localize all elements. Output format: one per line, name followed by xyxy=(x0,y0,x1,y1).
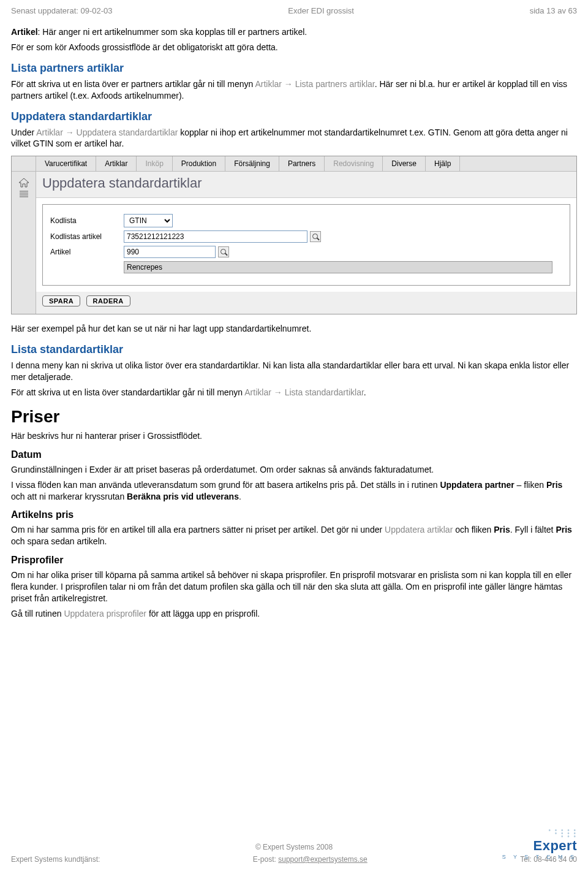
prisprofiler-p1: Om ni har olika priser till köparna på s… xyxy=(11,569,577,604)
d2b3: Beräkna pris vid utleverans xyxy=(127,492,239,501)
page-header: Senast uppdaterat: 09-02-03 Exder EDI gr… xyxy=(11,6,577,15)
app-menubar: Varucertifikat Artiklar Inköp Produktion… xyxy=(12,156,576,172)
label-kodlistas-artikel: Kodlistas artikel xyxy=(50,232,124,241)
lista-std-p2: För att skriva ut en lista över standard… xyxy=(11,387,577,398)
tab-artiklar[interactable]: Artiklar xyxy=(96,156,137,171)
ap-d: och spara sedan artikeln. xyxy=(11,536,107,546)
heading-lista-partners: Lista partners artiklar xyxy=(11,62,577,75)
ap-a: Om ni har samma pris för en artikel till… xyxy=(11,525,385,534)
ap-b: och fliken xyxy=(453,525,494,534)
panel-title: Uppdatera standardartiklar xyxy=(36,172,576,198)
ls-after: . xyxy=(364,387,366,397)
label-artikel: Artikel xyxy=(50,248,124,256)
d2a: I vissa flöden kan man använda utleveran… xyxy=(11,480,440,490)
pp-menu: Uppdatera prisprofiler xyxy=(64,609,146,618)
arrow-icon: → xyxy=(63,127,77,137)
up-before: Under xyxy=(11,127,36,137)
ap-c: . Fyll i fältet xyxy=(510,525,556,534)
page-footer: © Expert Systems 2008 Expert Systems kun… xyxy=(11,843,577,864)
header-page: sida 13 av 63 xyxy=(530,6,577,15)
arrow-icon: → xyxy=(282,79,295,89)
radera-button[interactable]: RADERA xyxy=(86,295,130,306)
header-updated: Senast uppdaterat: 09-02-03 xyxy=(11,6,113,15)
svg-marker-0 xyxy=(19,178,29,187)
header-title: Exder EDI grossist xyxy=(288,6,354,15)
lista-std-p1: I denna meny kan ni skriva ut olika list… xyxy=(11,360,577,383)
input-artikel[interactable] xyxy=(124,246,216,258)
ls-before: För att skriva ut en lista över standard… xyxy=(11,387,244,397)
artpris-p: Om ni har samma pris för en artikel till… xyxy=(11,524,577,547)
select-kodlista[interactable]: GTIN xyxy=(124,214,173,227)
logo-dots-icon: • • • • • • • • • • • • xyxy=(502,829,577,838)
input-artikel-name xyxy=(124,261,552,273)
tab-partners[interactable]: Partners xyxy=(279,156,325,171)
lp-menu2: Lista partners artiklar xyxy=(295,79,375,89)
heading-prisprofiler: Prisprofiler xyxy=(11,555,577,566)
form-area: Kodlista GTIN Kodlistas artikel Artikel xyxy=(42,204,570,286)
lista-partners-text: För att skriva ut en lista över er partn… xyxy=(11,78,577,102)
label-kodlista: Kodlista xyxy=(50,216,124,225)
app-sidebar xyxy=(12,172,36,314)
up-menu2: Uppdatera standardartiklar xyxy=(77,127,178,137)
spara-button[interactable]: SPARA xyxy=(42,295,80,306)
d2b1: Uppdatera partner xyxy=(440,480,514,490)
app-screenshot: Varucertifikat Artiklar Inköp Produktion… xyxy=(11,156,577,314)
tab-varucertifikat[interactable]: Varucertifikat xyxy=(36,156,96,171)
heading-artikelns-pris: Artikelns pris xyxy=(11,509,577,520)
menubar-spacer xyxy=(12,156,36,171)
intro-artikel: Artikel: Här anger ni ert artikelnummer … xyxy=(11,26,577,38)
ap-menu: Uppdatera artiklar xyxy=(385,525,453,534)
tab-produktion[interactable]: Produktion xyxy=(173,156,225,171)
tab-diverse[interactable]: Diverse xyxy=(383,156,426,171)
logo-name: Expert xyxy=(502,838,577,854)
intro-artikel-text: : Här anger ni ert artikelnummer som ska… xyxy=(38,27,307,37)
heading-lista-std: Lista standardartiklar xyxy=(11,343,577,356)
logo-systems: S Y S T E M S xyxy=(502,854,577,860)
tab-forsaljning[interactable]: Försäljning xyxy=(225,156,279,171)
d2d: och att ni markerar kryssrutan xyxy=(11,492,127,501)
pp-a: Gå till rutinen xyxy=(11,609,64,618)
heading-priser: Priser xyxy=(11,407,577,427)
ap-b1: Pris xyxy=(494,525,510,534)
tab-inkop: Inköp xyxy=(137,156,172,171)
ls-menu2: Lista standardartiklar xyxy=(285,387,364,397)
datum-p1: Grundinställningen i Exder är att priset… xyxy=(11,464,577,476)
footer-copyright: © Expert Systems 2008 xyxy=(11,843,577,851)
heading-datum: Datum xyxy=(11,449,577,460)
tab-redovisning: Redovisning xyxy=(325,156,383,171)
after-img-text: Här ser exempel på hur det kan se ut när… xyxy=(11,323,577,335)
heading-uppdatera-std: Uppdatera standardartiklar xyxy=(11,110,577,123)
datum-p2: I vissa flöden kan man använda utleveran… xyxy=(11,479,577,503)
d2b2: Pris xyxy=(546,480,562,490)
list-icon[interactable] xyxy=(18,190,29,199)
intro-artikel-label: Artikel xyxy=(11,27,38,37)
priser-sub: Här beskrivs hur ni hanterar priser i Gr… xyxy=(11,430,577,442)
input-kodlistas-artikel[interactable] xyxy=(124,230,307,243)
tab-hjalp[interactable]: Hjälp xyxy=(426,156,460,171)
d2e: . xyxy=(239,492,241,501)
expert-logo: • • • • • • • • • • • • Expert S Y S T E… xyxy=(502,829,577,860)
ap-b2: Pris xyxy=(556,525,571,534)
prisprofiler-p2: Gå till rutinen Uppdatera prisprofiler f… xyxy=(11,608,577,620)
home-icon[interactable] xyxy=(18,178,29,188)
footer-email-link[interactable]: support@expertsystems.se xyxy=(278,855,368,864)
pp-b: för att lägga upp en prisprofil. xyxy=(146,609,260,618)
arrow-icon: → xyxy=(271,387,285,397)
search-icon[interactable] xyxy=(310,231,321,242)
footer-mid-label: E-post: xyxy=(253,855,278,864)
lp-menu1: Artiklar xyxy=(255,79,282,89)
uppdatera-text: Under Artiklar → Uppdatera standardartik… xyxy=(11,127,577,150)
footer-mid: E-post: support@expertsystems.se xyxy=(253,855,368,864)
button-bar: SPARA RADERA xyxy=(36,292,576,314)
up-menu1: Artiklar xyxy=(36,127,63,137)
search-icon[interactable] xyxy=(218,246,229,257)
intro-line2: För er som kör Axfoods grossistflöde är … xyxy=(11,42,577,53)
footer-left: Expert Systems kundtjänst: xyxy=(11,855,100,864)
ls-menu1: Artiklar xyxy=(244,387,271,397)
d2c: – fliken xyxy=(514,480,546,490)
lp-before: För att skriva ut en lista över er partn… xyxy=(11,79,255,89)
